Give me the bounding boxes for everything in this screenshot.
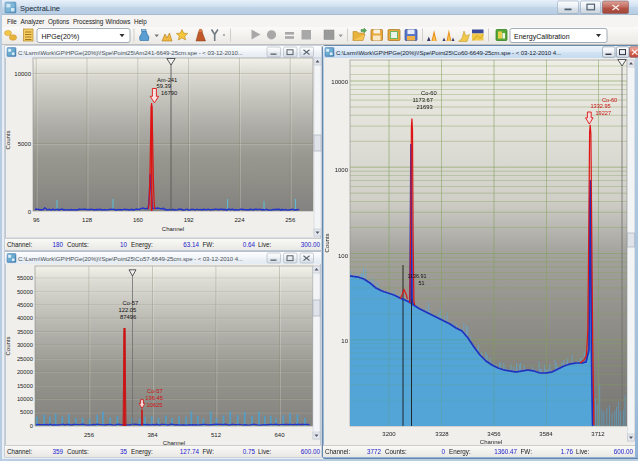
svg-text:3712: 3712 (591, 431, 605, 437)
svg-text:35: 35 (120, 448, 128, 455)
svg-text:1136.91: 1136.91 (408, 273, 427, 279)
svg-text:384: 384 (147, 432, 158, 438)
svg-text:Channel:: Channel: (7, 241, 32, 248)
svg-text:1.76: 1.76 (561, 448, 574, 455)
svg-text:EnergyCalibration: EnergyCalibration (514, 33, 570, 41)
svg-text:Energy:: Energy: (449, 448, 471, 456)
svg-text:87496: 87496 (120, 314, 136, 320)
svg-text:45000: 45000 (17, 302, 33, 308)
svg-text:Co-60: Co-60 (602, 97, 617, 103)
svg-text:5000: 5000 (18, 141, 32, 147)
svg-text:600.00: 600.00 (301, 448, 321, 455)
svg-text:0.75: 0.75 (243, 448, 256, 455)
svg-text:3200: 3200 (382, 431, 396, 437)
svg-text:Counts:: Counts: (67, 241, 89, 248)
svg-text:SpectraLine: SpectraLine (20, 4, 60, 13)
svg-text:Live:: Live: (258, 448, 272, 455)
svg-text:10: 10 (120, 241, 128, 248)
svg-text:Counts: Counts (324, 233, 330, 252)
svg-text:59.39: 59.39 (157, 83, 172, 89)
svg-text:127.74: 127.74 (180, 448, 200, 455)
svg-text:Co-60: Co-60 (421, 90, 437, 96)
svg-text:20000: 20000 (17, 369, 33, 375)
svg-text:96: 96 (33, 217, 40, 223)
svg-text:63.14: 63.14 (183, 241, 199, 248)
svg-text:300.00: 300.00 (301, 241, 321, 248)
svg-text:Co-57: Co-57 (147, 388, 163, 394)
svg-text:40000: 40000 (17, 315, 33, 321)
svg-text:HPGe(20%): HPGe(20%) (42, 33, 80, 41)
svg-text:Live:: Live: (258, 241, 272, 248)
svg-text:128: 128 (82, 217, 93, 223)
svg-text:512: 512 (211, 432, 222, 438)
svg-text:C:\Lsrm\Work\GP\HPGe(20%)\!Spe: C:\Lsrm\Work\GP\HPGe(20%)\!Spe\Point25\A… (18, 49, 243, 56)
svg-text:Counts: Counts (5, 130, 11, 149)
svg-text:50000: 50000 (17, 289, 33, 295)
svg-text:Help: Help (134, 18, 147, 26)
svg-text:Channel:: Channel: (7, 448, 32, 455)
svg-text:35000: 35000 (17, 329, 33, 335)
svg-text:0: 0 (30, 423, 33, 429)
svg-text:Processing: Processing (73, 18, 104, 26)
svg-text:Energy:: Energy: (131, 448, 153, 456)
svg-text:Counts:: Counts: (67, 448, 89, 455)
svg-text:30000: 30000 (17, 342, 33, 348)
svg-text:51: 51 (419, 280, 425, 286)
svg-text:Counts:: Counts: (385, 448, 407, 455)
svg-text:122.05: 122.05 (119, 307, 137, 313)
svg-text:1173.67: 1173.67 (413, 97, 434, 103)
svg-text:Channel:: Channel: (325, 448, 350, 455)
svg-text:224: 224 (234, 217, 245, 223)
svg-text:1332.95: 1332.95 (591, 103, 611, 109)
svg-text:File: File (7, 18, 17, 25)
svg-text:10000: 10000 (14, 71, 31, 77)
svg-text:192: 192 (184, 217, 195, 223)
svg-text:180: 180 (52, 241, 63, 248)
svg-text:600.00: 600.00 (614, 448, 634, 455)
svg-text:C:\Lsrm\Work\GP\HPGe(20%)\!Spe: C:\Lsrm\Work\GP\HPGe(20%)\!Spe\Point25\C… (18, 255, 243, 262)
svg-text:Windows: Windows (106, 18, 131, 25)
svg-text:Channel: Channel (162, 226, 184, 232)
svg-text:0.64: 0.64 (243, 241, 256, 248)
svg-text:3328: 3328 (435, 431, 449, 437)
svg-text:Channel: Channel (480, 439, 502, 445)
svg-text:100: 100 (338, 253, 349, 259)
svg-text:3772: 3772 (367, 448, 382, 455)
svg-text:Live:: Live: (576, 448, 590, 455)
svg-text:25000: 25000 (17, 356, 33, 362)
svg-text:256: 256 (285, 217, 296, 223)
svg-text:10: 10 (341, 338, 348, 344)
svg-text:15000: 15000 (17, 383, 33, 389)
svg-text:Options: Options (48, 18, 69, 26)
svg-text:0: 0 (441, 448, 445, 455)
svg-text:55000: 55000 (17, 275, 33, 281)
svg-text:21693: 21693 (417, 104, 433, 110)
svg-text:10000: 10000 (331, 79, 348, 85)
svg-text:Am-241: Am-241 (157, 77, 177, 83)
svg-text:359: 359 (52, 448, 63, 455)
svg-text:Counts: Counts (5, 336, 11, 355)
svg-text:FW:: FW: (203, 241, 215, 248)
svg-text:1000: 1000 (335, 167, 349, 173)
svg-text:FW:: FW: (521, 448, 533, 455)
svg-text:3456: 3456 (487, 431, 501, 437)
svg-text:256: 256 (84, 432, 95, 438)
svg-text:19227: 19227 (596, 110, 612, 116)
svg-text:640: 640 (274, 432, 285, 438)
svg-text:C:\Lsrm\Work\GP\HPGe(20%)\!Spe: C:\Lsrm\Work\GP\HPGe(20%)\!Spe\Point25\C… (336, 49, 561, 56)
svg-text:10625: 10625 (146, 402, 162, 408)
svg-text:Energy:: Energy: (131, 241, 153, 249)
svg-text:136.45: 136.45 (145, 395, 163, 401)
svg-text:10000: 10000 (17, 396, 33, 402)
svg-text:FW:: FW: (203, 448, 215, 455)
svg-text:Co-57: Co-57 (123, 300, 139, 306)
svg-text:1360.47: 1360.47 (494, 448, 517, 455)
svg-text:Analyzer: Analyzer (21, 18, 45, 26)
svg-text:160: 160 (133, 217, 144, 223)
svg-text:5000: 5000 (20, 409, 33, 415)
svg-text:3584: 3584 (539, 431, 553, 437)
svg-text:16790: 16790 (161, 90, 177, 96)
